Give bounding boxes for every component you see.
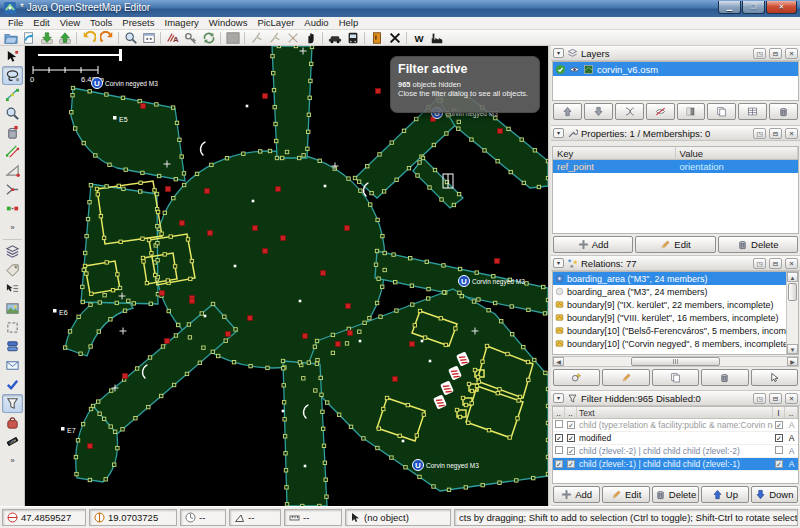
filter-collapse-button[interactable]: ▾ xyxy=(553,393,564,403)
filter-up-button[interactable]: Up xyxy=(701,486,748,503)
menu-help[interactable]: Help xyxy=(334,17,364,29)
filter-row[interactable]: ✓ child (zlevel:-2) | child child child … xyxy=(553,445,798,458)
menu-windows[interactable]: Windows xyxy=(204,17,253,29)
menu-edit[interactable]: Edit xyxy=(28,17,54,29)
properties-close-button[interactable]: ✕ xyxy=(785,128,798,139)
map-canvas[interactable]: 0 6.49 m xyxy=(25,46,548,506)
door-preset-icon[interactable] xyxy=(368,30,385,45)
follow-line-icon[interactable] xyxy=(302,30,319,45)
layer-visibility-button[interactable] xyxy=(646,103,675,120)
menu-tools[interactable]: Tools xyxy=(85,17,117,29)
filter-panel-toggle-icon[interactable] xyxy=(2,394,23,413)
imagery-blank-icon[interactable] xyxy=(224,30,241,45)
selection-panel-toggle-icon[interactable] xyxy=(2,280,23,299)
redo-icon[interactable] xyxy=(98,30,115,45)
property-add-button[interactable]: Add xyxy=(553,236,633,253)
unglue-tool-icon[interactable] xyxy=(2,199,23,218)
keys-icon[interactable] xyxy=(182,30,199,45)
relation-delete-button[interactable] xyxy=(701,369,748,386)
menu-imagery[interactable]: Imagery xyxy=(160,17,204,29)
property-delete-button[interactable]: Delete xyxy=(718,236,798,253)
filter-row[interactable]: ✓ ✓ modified ✓ A xyxy=(553,432,798,445)
filter-delete-button[interactable]: Delete xyxy=(652,486,699,503)
layer-delete-button[interactable] xyxy=(769,103,798,120)
relation-row[interactable]: boundary[10] ("Belső-Ferencváros", 5 mem… xyxy=(553,324,786,337)
layers-shade-button[interactable]: ⊟ xyxy=(769,48,782,59)
filter-row[interactable]: ✓ child (type:relation & facility:public… xyxy=(553,419,798,432)
validator-toggle-icon[interactable] xyxy=(2,375,23,394)
relations-horizontal-scrollbar[interactable]: ◀ ▶ xyxy=(552,356,799,367)
relation-duplicate-button[interactable] xyxy=(652,369,699,386)
menu-presets[interactable]: Presets xyxy=(117,17,159,29)
open-icon[interactable] xyxy=(2,30,19,45)
relation-new-button[interactable] xyxy=(553,369,600,386)
filter-add-button[interactable]: Add xyxy=(553,486,600,503)
layers-collapse-button[interactable]: ▾ xyxy=(553,48,564,58)
property-row[interactable]: ref_point orientation xyxy=(553,160,798,173)
relation-select-button[interactable] xyxy=(751,369,798,386)
more-tools-chevron[interactable]: » xyxy=(2,218,23,237)
properties-shade-button[interactable]: ⊟ xyxy=(769,128,782,139)
layer-opacity-button[interactable] xyxy=(677,103,706,120)
bus-routing-icon[interactable] xyxy=(344,30,361,45)
tags-panel-toggle-icon[interactable] xyxy=(2,261,23,280)
menu-piclayer[interactable]: PicLayer xyxy=(252,17,299,29)
shop-preset-icon[interactable] xyxy=(2,413,23,432)
relation-row[interactable]: boundary[9] ("IX. kerület", 22 members, … xyxy=(553,298,786,311)
filter-table-header[interactable]: .. .. Text I .. xyxy=(553,407,798,419)
properties-table-header[interactable]: Key Value xyxy=(553,147,798,160)
filter-edit-button[interactable]: Edit xyxy=(602,486,649,503)
properties-dock-button[interactable]: ◳ xyxy=(753,128,766,139)
minimap-toggle-icon[interactable] xyxy=(2,356,23,375)
lasso-tool-icon[interactable] xyxy=(2,66,23,85)
undo-icon[interactable] xyxy=(80,30,97,45)
relation-row[interactable]: boundary[10] ("Corvin negyed", 8 members… xyxy=(553,337,786,350)
relation-row[interactable]: boarding_area ("M3", 24 members) xyxy=(553,285,786,298)
command-stack-toggle-icon[interactable] xyxy=(2,337,23,356)
relations-close-button[interactable]: ✕ xyxy=(785,258,798,269)
more-panels-chevron[interactable]: » xyxy=(2,451,23,470)
filter-down-button[interactable]: Down xyxy=(751,486,798,503)
layers-panel-toggle-icon[interactable] xyxy=(2,242,23,261)
save-icon[interactable] xyxy=(20,30,37,45)
zoom-tool-icon[interactable] xyxy=(2,104,23,123)
maximize-button[interactable]: ❐ xyxy=(742,1,765,14)
layer-move-down-button[interactable] xyxy=(584,103,613,120)
menu-view[interactable]: View xyxy=(55,17,85,29)
extrude-tool-icon[interactable] xyxy=(2,161,23,180)
layer-merge-button[interactable] xyxy=(615,103,644,120)
parallel-tool-icon[interactable] xyxy=(2,142,23,161)
refresh-icon[interactable] xyxy=(200,30,217,45)
layers-dock-button[interactable]: ◳ xyxy=(753,48,766,59)
preferences-icon[interactable] xyxy=(140,30,157,45)
layer-row[interactable]: corvin_v6.osm xyxy=(553,62,798,76)
factory-preset-icon[interactable] xyxy=(428,30,445,45)
filter-row[interactable]: ✓ ✓ child (zlevel:-1) | child child chil… xyxy=(553,458,798,471)
filter-shade-button[interactable]: ⊟ xyxy=(769,393,782,404)
layer-convert-button[interactable] xyxy=(738,103,767,120)
relations-dock-button[interactable]: ◳ xyxy=(753,258,766,269)
menu-file[interactable]: File xyxy=(3,17,28,29)
properties-collapse-button[interactable]: ▾ xyxy=(553,128,564,138)
layer-visible-eye-icon[interactable] xyxy=(569,64,580,75)
relation-row[interactable]: boarding_area ("M3", 24 members) xyxy=(553,272,786,285)
photo-panel-toggle-icon[interactable] xyxy=(2,299,23,318)
layers-close-button[interactable]: ✕ xyxy=(785,48,798,59)
search-icon[interactable] xyxy=(122,30,139,45)
car-routing-icon[interactable] xyxy=(326,30,343,45)
draw-node-tool-icon[interactable] xyxy=(2,85,23,104)
frame-panel-toggle-icon[interactable] xyxy=(2,318,23,337)
relation-edit-button[interactable] xyxy=(602,369,649,386)
select-tool-icon[interactable] xyxy=(2,47,23,66)
delete-tool-icon[interactable] xyxy=(2,123,23,142)
filter-close-button[interactable]: ✕ xyxy=(785,393,798,404)
menu-audio[interactable]: Audio xyxy=(299,17,333,29)
styles-icon[interactable]: A xyxy=(164,30,181,45)
property-edit-button[interactable]: Edit xyxy=(635,236,715,253)
download-icon[interactable] xyxy=(38,30,55,45)
layer-move-up-button[interactable] xyxy=(553,103,582,120)
minimize-button[interactable]: ▁ xyxy=(718,1,741,14)
new-tag-icon[interactable]: NEW xyxy=(2,432,23,451)
relation-row[interactable]: boundary[9] ("VIII. kerület", 16 members… xyxy=(553,311,786,324)
relations-collapse-button[interactable]: ▾ xyxy=(553,258,564,268)
